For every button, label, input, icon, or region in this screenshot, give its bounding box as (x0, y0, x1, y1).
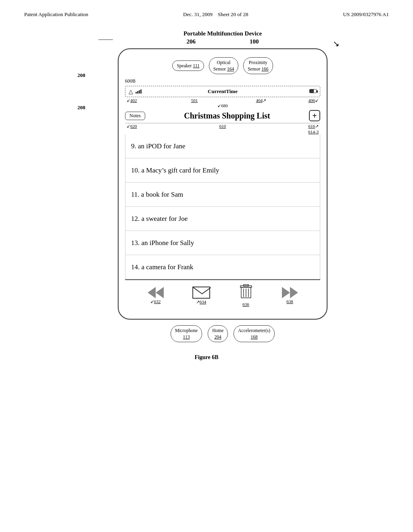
speaker-sensor: Speaker 111 (172, 60, 204, 71)
list-item: 12. a sweater for Joe (125, 207, 320, 231)
bottom-toolbar: ↙632 ↗634 (125, 279, 320, 311)
label-208-bot: 208 (77, 104, 86, 111)
home-sensor: Home204 (208, 325, 228, 342)
figure-caption: Figure 6B (194, 354, 218, 361)
list-item: 11. a book for Sam (125, 183, 320, 207)
lbl-680: ↙680 (125, 103, 320, 108)
forward-arrow-icon (282, 287, 298, 298)
lbl-636: 636 (242, 302, 249, 307)
device-title-line1: Portable Multifunction Device (98, 30, 348, 37)
current-time: CurrentTime (208, 88, 238, 95)
add-note-button[interactable]: + (309, 110, 320, 121)
envelope-icon (192, 287, 210, 299)
battery-area (309, 89, 317, 94)
status-label-row: ↙402 501 404↗ 406↙ (125, 98, 320, 103)
list-area: 9. an iPOD for Jane 10. a Macy’s gift ca… (125, 134, 320, 279)
lbl-638: 638 (286, 299, 293, 304)
main-content: 208 208 Portable Multifunction Device 20… (0, 22, 413, 369)
signal-icon: △ (129, 88, 133, 95)
lbl-610: 610 (219, 124, 226, 129)
diagram-wrapper: 208 208 Portable Multifunction Device 20… (65, 30, 348, 342)
toolbar-labels: ↙620 610 616↗ (125, 123, 320, 129)
date-sheet: Dec. 31, 2009 Sheet 20 of 28 (183, 11, 248, 18)
back-arrow-area: ↙632 (148, 287, 164, 304)
trash-area: 636 (239, 284, 253, 307)
label-600b: 600B (125, 78, 320, 84)
patent-number: US 2009/0327976 A1 (343, 11, 389, 18)
title-arrow: ↘ (333, 39, 340, 48)
lbl-632: ↙632 (150, 299, 161, 304)
publication-text: Patent Application Publication (24, 11, 88, 18)
accelerometer-sensor: Accelerometer(s)168 (234, 325, 275, 342)
back-arrow-icon (148, 287, 164, 298)
list-item: 9. an iPOD for Jane (125, 134, 320, 158)
status-bar-left: △ (129, 88, 142, 95)
microphone-sensor: Microphone113 (171, 325, 202, 342)
sheet-info: Sheet 20 of 28 (218, 11, 248, 17)
optical-sensor: OpticalSensor 164 (209, 57, 238, 74)
label-208-top: 208 (77, 72, 86, 79)
signal-bars (136, 89, 142, 94)
lbl-406: 406↙ (308, 98, 319, 103)
proximity-sensor: ProximitySensor 166 (243, 57, 273, 74)
list-item: 10. a Macy’s gift card for Emily (125, 158, 320, 183)
date: Dec. 31, 2009 (183, 11, 217, 17)
status-bar: △ CurrentTime (125, 86, 320, 97)
list-item: 13. an iPhone for Sally (125, 231, 320, 255)
patent-header: Patent Application Publication Dec. 31, … (0, 0, 413, 22)
notes-toolbar: Notes Christmas Shopping List + (125, 110, 320, 123)
battery-icon (309, 89, 317, 93)
svg-rect-1 (244, 285, 248, 286)
device-area: Portable Multifunction Device 206 100 ↘ … (98, 30, 348, 342)
trash-icon (239, 284, 253, 301)
lbl-6143: 614-3 (125, 129, 320, 134)
lbl-501: 501 (191, 98, 198, 103)
lbl-634: ↗634 (196, 299, 206, 305)
sensor-row: Speaker 111 OpticalSensor 164 ProximityS… (125, 57, 320, 74)
list-item: 14. a camera for Frank (125, 255, 320, 279)
bottom-sensors: Microphone113 Home204 Accelerometer(s)16… (98, 325, 348, 342)
lbl-620: ↙620 (127, 124, 137, 129)
notes-title: Christmas Shopping List (145, 111, 309, 121)
device-title-line2: 206 100 ↘ (98, 38, 348, 45)
lbl-404: 404↗ (256, 98, 267, 103)
lbl-616: 616↗ (309, 124, 319, 129)
device-frame: Speaker 111 OpticalSensor 164 ProximityS… (118, 48, 327, 320)
notes-back-button[interactable]: Notes (125, 112, 145, 120)
forward-arrow-area: 638 (282, 287, 298, 304)
email-area: ↗634 (192, 287, 210, 305)
lbl-402: ↙402 (127, 98, 137, 103)
